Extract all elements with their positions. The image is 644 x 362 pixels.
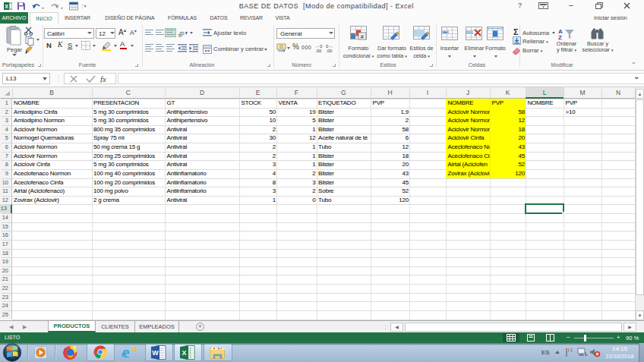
svg-text:.00: .00 [315,49,322,52]
svg-text:≠: ≠ [361,33,365,40]
svg-text:fx: fx [100,75,106,83]
svg-text:e: e [122,345,129,360]
svg-text:X: X [182,349,186,357]
svg-text:ab: ab [178,29,186,38]
svg-text:.00: .00 [326,49,333,52]
svg-text:W: W [152,349,159,357]
svg-text:Z: Z [558,34,562,39]
